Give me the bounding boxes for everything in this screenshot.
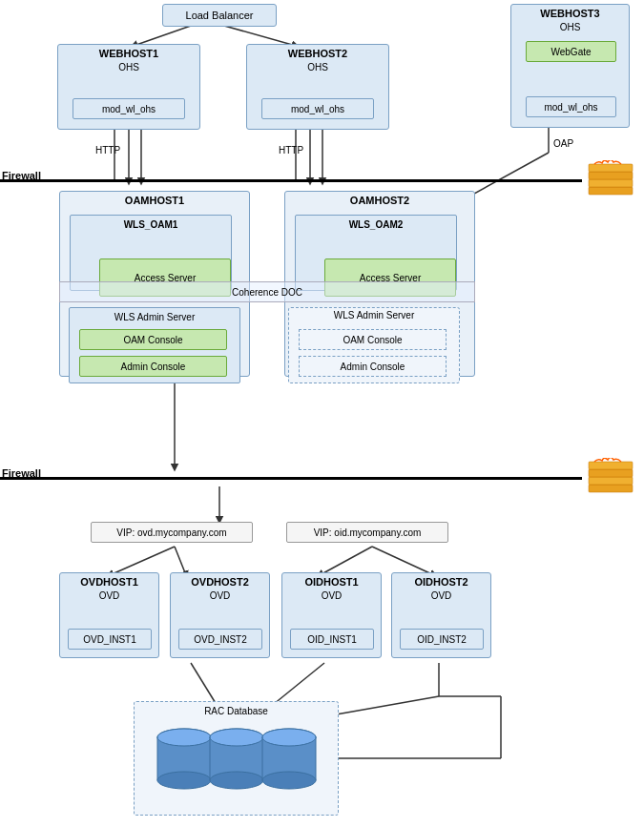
firewall1-icon	[587, 160, 634, 198]
svg-point-42	[262, 772, 316, 789]
oam-console2: OAM Console	[299, 329, 447, 350]
svg-rect-26	[589, 172, 633, 179]
svg-point-34	[157, 772, 211, 789]
admin-server1-box: WLS Admin Server OAM Console Admin Conso…	[69, 307, 240, 383]
webhost3-webgate: WebGate	[526, 41, 616, 62]
oidhost1-box: OIDHOST1 OVD OID_INST1	[281, 572, 382, 658]
svg-rect-28	[589, 485, 633, 492]
webhost2-ohs: OHS	[247, 62, 388, 72]
svg-line-14	[175, 547, 186, 575]
ovdhost1-inst: OVD_INST1	[68, 629, 152, 650]
rac-database-svg	[151, 720, 322, 796]
webhost1-ohs: OHS	[58, 62, 199, 72]
webhost2-box: WEBHOST2 OHS mod_wl_ohs	[246, 44, 389, 130]
coherence-doc: Coherence DOC	[59, 281, 475, 302]
webhost3-module: mod_wl_ohs	[526, 96, 616, 117]
firewall1-label: Firewall	[2, 170, 41, 181]
webhost2-module: mod_wl_ohs	[261, 98, 374, 119]
webhost3-ohs: OHS	[511, 22, 629, 32]
ovdhost1-box: OVDHOST1 OVD OVD_INST1	[59, 572, 159, 658]
ovdhost2-inst: OVD_INST2	[178, 629, 262, 650]
wls-oam2-box: WLS_OAM2 Access Server	[295, 215, 457, 291]
svg-point-35	[157, 729, 211, 746]
firewall2-line	[0, 477, 582, 480]
oamhost1-title: OAMHOST1	[60, 192, 249, 207]
vip-oid-label: VIP: oid.mycompany.com	[314, 527, 422, 538]
webhost3-box: WEBHOST3 OHS WebGate mod_wl_ohs	[510, 4, 630, 128]
webhost2-title: WEBHOST2	[247, 45, 388, 60]
load-balancer-label: Load Balancer	[186, 10, 254, 21]
svg-rect-31	[589, 462, 633, 469]
svg-rect-24	[589, 187, 633, 195]
svg-line-16	[372, 547, 434, 575]
svg-rect-25	[589, 179, 633, 187]
oidhost1-title: OIDHOST1	[282, 573, 381, 589]
load-balancer-box: Load Balancer	[162, 4, 277, 27]
oidhost1-ovd: OVD	[284, 590, 379, 601]
webhost1-module: mod_wl_ohs	[73, 98, 185, 119]
oidhost2-title: OIDHOST2	[392, 573, 490, 589]
svg-rect-30	[589, 469, 633, 477]
ovdhost2-title: OVDHOST2	[171, 573, 269, 589]
svg-rect-27	[589, 164, 633, 172]
webhost3-title: WEBHOST3	[511, 5, 629, 20]
http2-label: HTTP	[279, 145, 303, 155]
admin-console1: Admin Console	[79, 356, 227, 377]
admin-server2-box: WLS Admin Server OAM Console Admin Conso…	[288, 307, 460, 383]
ovdhost1-title: OVDHOST1	[60, 573, 158, 589]
admin-console2: Admin Console	[299, 356, 447, 377]
svg-line-13	[110, 547, 175, 575]
svg-line-15	[320, 547, 372, 575]
svg-line-1	[224, 26, 296, 46]
webhost1-box: WEBHOST1 OHS mod_wl_ohs	[57, 44, 200, 130]
rac-box: RAC Database	[134, 701, 339, 816]
vip-ovd-label: VIP: ovd.mycompany.com	[116, 527, 226, 538]
oam-console1: OAM Console	[79, 329, 227, 350]
vip-ovd-box: VIP: ovd.mycompany.com	[91, 522, 253, 543]
http1-label: HTTP	[95, 145, 120, 155]
wls-oam1-label: WLS_OAM1	[74, 217, 227, 232]
svg-point-43	[262, 729, 316, 746]
ovdhost1-ovd: OVD	[62, 590, 156, 601]
wls-oam1-box: WLS_OAM1 Access Server	[70, 215, 232, 291]
admin-server1-label: WLS Admin Server	[73, 310, 236, 324]
svg-point-39	[210, 729, 263, 746]
ovdhost2-box: OVDHOST2 OVD OVD_INST2	[170, 572, 270, 658]
firewall2-label: Firewall	[2, 467, 41, 479]
wls-oam2-label: WLS_OAM2	[300, 217, 452, 232]
vip-oid-box: VIP: oid.mycompany.com	[286, 522, 448, 543]
firewall2-icon	[587, 458, 634, 496]
svg-line-0	[134, 26, 191, 46]
rac-label: RAC Database	[135, 702, 338, 720]
admin-server2-label: WLS Admin Server	[289, 308, 459, 322]
firewall1-line	[0, 179, 582, 182]
architecture-diagram: Load Balancer WEBHOST1 OHS mod_wl_ohs WE…	[0, 0, 644, 827]
svg-rect-29	[589, 477, 633, 485]
oidhost2-ovd: OVD	[394, 590, 488, 601]
ovdhost2-ovd: OVD	[173, 590, 267, 601]
oidhost1-inst: OID_INST1	[290, 629, 374, 650]
svg-point-38	[210, 772, 263, 789]
webhost1-title: WEBHOST1	[58, 45, 199, 60]
oap-label: OAP	[553, 138, 573, 149]
oidhost2-box: OIDHOST2 OVD OID_INST2	[391, 572, 491, 658]
oamhost2-title: OAMHOST2	[285, 192, 474, 207]
oidhost2-inst: OID_INST2	[400, 629, 484, 650]
